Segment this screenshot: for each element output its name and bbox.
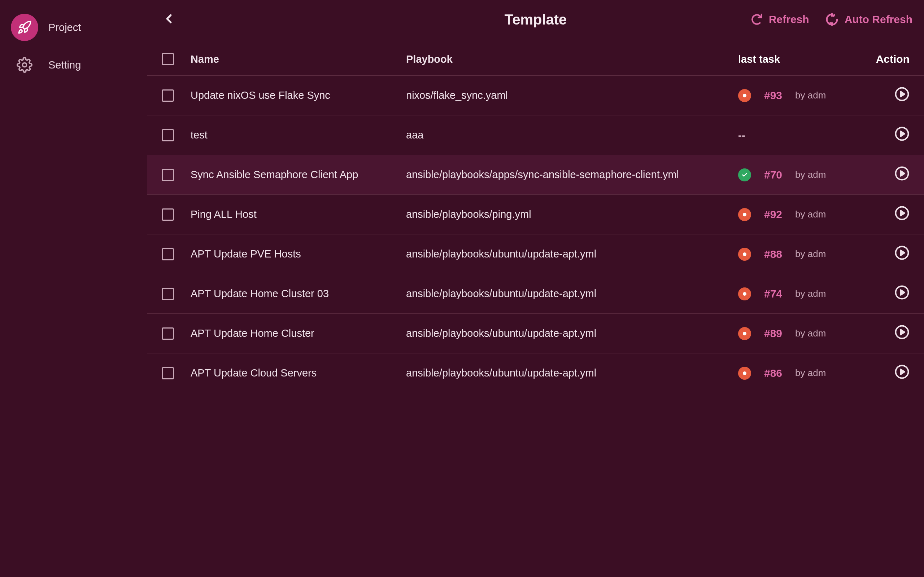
last-task-cell: #86by adm (738, 367, 866, 380)
status-running-icon (738, 327, 751, 340)
auto-refresh-label: Auto Refresh (845, 13, 913, 26)
svg-marker-12 (901, 290, 905, 295)
row-checkbox[interactable] (162, 129, 174, 141)
row-checkbox[interactable] (162, 327, 174, 340)
topbar: Template Refresh (147, 3, 924, 40)
status-running-icon (738, 367, 751, 380)
task-by: by adm (795, 367, 826, 379)
last-task-cell: #88by adm (738, 248, 866, 261)
run-button[interactable] (894, 166, 909, 184)
template-name: APT Update PVE Hosts (191, 248, 406, 260)
back-button[interactable] (159, 9, 179, 30)
row-checkbox[interactable] (162, 288, 174, 300)
status-success-icon (738, 168, 751, 181)
table-row[interactable]: APT Update Cloud Serversansible/playbook… (147, 353, 924, 393)
task-id[interactable]: #89 (764, 327, 782, 340)
sidebar-item-project[interactable]: Project (11, 14, 136, 41)
template-name: APT Update Home Cluster 03 (191, 288, 406, 300)
select-all-checkbox[interactable] (162, 53, 174, 65)
svg-marker-16 (901, 369, 905, 374)
sidebar-label-setting: Setting (48, 59, 81, 71)
templates-table: Name Playbook last task Action Update ni… (147, 43, 924, 393)
task-id[interactable]: #88 (764, 248, 782, 260)
row-checkbox[interactable] (162, 89, 174, 102)
last-task-cell: #92by adm (738, 208, 866, 221)
rocket-icon (11, 14, 38, 41)
col-header-name: Name (191, 53, 406, 65)
template-playbook: ansible/playbooks/ubuntu/update-apt.yml (406, 248, 738, 260)
status-running-icon (738, 248, 751, 261)
status-running-icon (738, 287, 751, 300)
task-by: by adm (795, 328, 826, 339)
task-by: by adm (795, 288, 826, 299)
template-playbook: aaa (406, 129, 738, 141)
sidebar-item-setting[interactable]: Setting (11, 51, 136, 79)
last-task-cell: #70by adm (738, 168, 866, 181)
chevron-left-icon (162, 11, 176, 26)
table-row[interactable]: testaaa-- (147, 115, 924, 155)
auto-refresh-icon (825, 13, 839, 26)
col-header-last-task: last task (738, 53, 866, 65)
table-row[interactable]: Ping ALL Hostansible/playbooks/ping.yml#… (147, 195, 924, 234)
svg-marker-10 (901, 250, 905, 255)
sidebar: Project Setting (0, 0, 147, 577)
last-task-cell: #93by adm (738, 89, 866, 102)
auto-refresh-button[interactable]: Auto Refresh (825, 13, 913, 26)
template-playbook: ansible/playbooks/ubuntu/update-apt.yml (406, 327, 738, 339)
last-task-cell: #89by adm (738, 327, 866, 340)
template-name: Sync Ansible Semaphore Client App (191, 169, 406, 181)
task-id[interactable]: #74 (764, 288, 782, 300)
run-button[interactable] (894, 245, 909, 263)
template-name: APT Update Home Cluster (191, 327, 406, 339)
svg-marker-6 (901, 171, 905, 176)
status-running-icon (738, 208, 751, 221)
last-task-cell: -- (738, 129, 866, 141)
task-by: by adm (795, 248, 826, 259)
page-title: Template (505, 11, 567, 28)
template-playbook: ansible/playbooks/ubuntu/update-apt.yml (406, 288, 738, 300)
refresh-button[interactable]: Refresh (751, 13, 809, 26)
task-id[interactable]: #86 (764, 367, 782, 379)
row-checkbox[interactable] (162, 208, 174, 221)
task-id-empty: -- (738, 129, 745, 141)
template-name: Update nixOS use Flake Sync (191, 89, 406, 102)
refresh-icon (751, 13, 763, 26)
table-row[interactable]: Sync Ansible Semaphore Client Appansible… (147, 155, 924, 195)
svg-marker-8 (901, 211, 905, 216)
table-row[interactable]: APT Update PVE Hostsansible/playbooks/ub… (147, 234, 924, 274)
template-name: test (191, 129, 406, 141)
main-content: Template Refresh (147, 0, 924, 577)
run-button[interactable] (894, 206, 909, 223)
template-name: Ping ALL Host (191, 208, 406, 220)
row-checkbox[interactable] (162, 367, 174, 379)
table-row[interactable]: APT Update Home Cluster 03ansible/playbo… (147, 274, 924, 314)
run-button[interactable] (894, 364, 909, 382)
row-checkbox[interactable] (162, 248, 174, 260)
row-checkbox[interactable] (162, 169, 174, 181)
refresh-label: Refresh (769, 13, 809, 26)
svg-point-0 (23, 63, 27, 67)
table-row[interactable]: Update nixOS use Flake Syncnixos/flake_s… (147, 76, 924, 115)
template-name: APT Update Cloud Servers (191, 367, 406, 379)
template-playbook: ansible/playbooks/ping.yml (406, 208, 738, 220)
task-id[interactable]: #93 (764, 89, 782, 102)
task-id[interactable]: #92 (764, 208, 782, 221)
run-button[interactable] (894, 285, 909, 303)
table-row[interactable]: APT Update Home Clusteransible/playbooks… (147, 314, 924, 353)
run-button[interactable] (894, 324, 909, 342)
run-button[interactable] (894, 87, 909, 104)
task-id[interactable]: #70 (764, 169, 782, 181)
svg-marker-2 (901, 92, 905, 97)
run-button[interactable] (894, 126, 909, 144)
template-playbook: ansible/playbooks/ubuntu/update-apt.yml (406, 367, 738, 379)
col-header-action: Action (866, 53, 909, 65)
template-playbook: ansible/playbooks/apps/sync-ansible-sema… (406, 169, 738, 181)
col-header-playbook: Playbook (406, 53, 738, 65)
task-by: by adm (795, 209, 826, 220)
topbar-actions: Refresh Auto Refresh (751, 13, 913, 26)
status-running-icon (738, 89, 751, 102)
sidebar-label-project: Project (48, 22, 81, 34)
svg-marker-4 (901, 131, 905, 136)
table-header: Name Playbook last task Action (147, 43, 924, 76)
svg-marker-14 (901, 330, 905, 335)
